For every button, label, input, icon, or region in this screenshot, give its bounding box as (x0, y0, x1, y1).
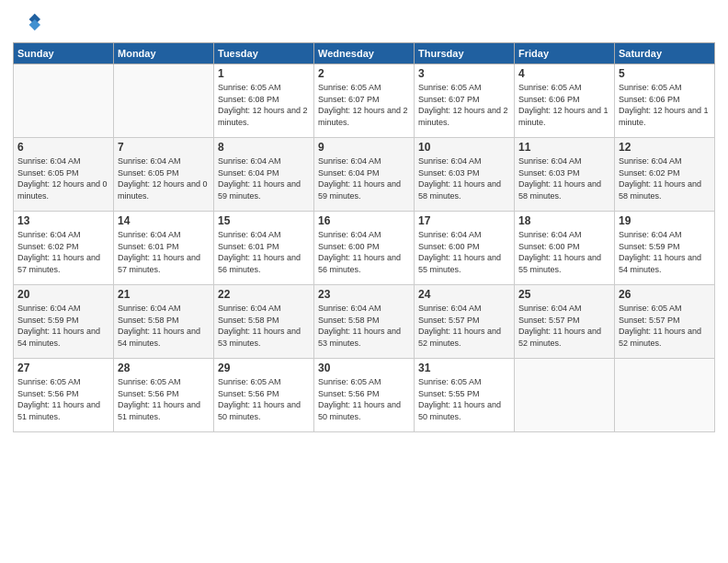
day-number: 2 (318, 67, 410, 80)
day-info: Sunrise: 6:04 AM Sunset: 5:57 PM Dayligh… (518, 303, 610, 349)
header (13, 9, 715, 39)
calendar-cell: 31Sunrise: 6:05 AM Sunset: 5:55 PM Dayli… (415, 359, 515, 432)
calendar-cell: 1Sunrise: 6:05 AM Sunset: 6:08 PM Daylig… (214, 64, 314, 138)
day-number: 28 (118, 362, 210, 374)
calendar-cell: 29Sunrise: 6:05 AM Sunset: 5:56 PM Dayli… (214, 359, 314, 432)
day-number: 12 (619, 141, 711, 154)
day-info: Sunrise: 6:04 AM Sunset: 5:59 PM Dayligh… (17, 303, 109, 349)
day-number: 23 (318, 288, 410, 301)
day-info: Sunrise: 6:05 AM Sunset: 6:07 PM Dayligh… (318, 82, 410, 128)
calendar-cell: 23Sunrise: 6:04 AM Sunset: 5:58 PM Dayli… (314, 285, 415, 359)
day-number: 17 (418, 214, 510, 227)
day-info: Sunrise: 6:05 AM Sunset: 5:56 PM Dayligh… (17, 376, 109, 422)
day-info: Sunrise: 6:04 AM Sunset: 6:04 PM Dayligh… (218, 155, 310, 201)
day-number: 1 (218, 67, 310, 80)
calendar-cell (515, 359, 615, 432)
calendar-cell: 21Sunrise: 6:04 AM Sunset: 5:58 PM Dayli… (114, 285, 214, 359)
day-info: Sunrise: 6:04 AM Sunset: 5:59 PM Dayligh… (619, 229, 711, 275)
day-number: 22 (218, 288, 310, 301)
calendar-cell: 8Sunrise: 6:04 AM Sunset: 6:04 PM Daylig… (214, 138, 314, 212)
week-row-4: 20Sunrise: 6:04 AM Sunset: 5:59 PM Dayli… (14, 285, 715, 359)
weekday-header-wednesday: Wednesday (314, 43, 415, 64)
calendar-cell: 16Sunrise: 6:04 AM Sunset: 6:00 PM Dayli… (314, 212, 415, 285)
svg-marker-1 (29, 19, 40, 30)
day-info: Sunrise: 6:04 AM Sunset: 6:05 PM Dayligh… (118, 155, 210, 201)
calendar-cell: 26Sunrise: 6:05 AM Sunset: 5:57 PM Dayli… (615, 285, 715, 359)
page-container: SundayMondayTuesdayWednesdayThursdayFrid… (0, 0, 728, 438)
day-info: Sunrise: 6:05 AM Sunset: 6:08 PM Dayligh… (218, 82, 310, 128)
day-number: 5 (619, 67, 711, 80)
day-number: 24 (418, 288, 510, 301)
logo (13, 9, 40, 39)
weekday-header-saturday: Saturday (615, 43, 715, 64)
week-row-1: 1Sunrise: 6:05 AM Sunset: 6:08 PM Daylig… (14, 64, 715, 138)
day-info: Sunrise: 6:04 AM Sunset: 6:03 PM Dayligh… (518, 155, 610, 201)
calendar-cell: 6Sunrise: 6:04 AM Sunset: 6:05 PM Daylig… (14, 138, 114, 212)
day-info: Sunrise: 6:04 AM Sunset: 6:02 PM Dayligh… (619, 155, 711, 201)
day-info: Sunrise: 6:04 AM Sunset: 6:03 PM Dayligh… (418, 155, 510, 201)
day-number: 6 (17, 141, 109, 154)
day-number: 7 (118, 141, 210, 154)
calendar-cell (114, 64, 214, 138)
day-number: 10 (418, 141, 510, 154)
day-number: 27 (17, 362, 109, 374)
calendar-cell: 11Sunrise: 6:04 AM Sunset: 6:03 PM Dayli… (515, 138, 615, 212)
calendar-cell: 3Sunrise: 6:05 AM Sunset: 6:07 PM Daylig… (415, 64, 515, 138)
weekday-header-sunday: Sunday (14, 43, 114, 64)
day-number: 19 (619, 214, 711, 227)
day-number: 3 (418, 67, 510, 80)
week-row-2: 6Sunrise: 6:04 AM Sunset: 6:05 PM Daylig… (14, 138, 715, 212)
calendar-cell: 25Sunrise: 6:04 AM Sunset: 5:57 PM Dayli… (515, 285, 615, 359)
day-info: Sunrise: 6:04 AM Sunset: 6:05 PM Dayligh… (17, 155, 109, 201)
day-info: Sunrise: 6:04 AM Sunset: 6:02 PM Dayligh… (17, 229, 109, 275)
calendar-cell: 13Sunrise: 6:04 AM Sunset: 6:02 PM Dayli… (14, 212, 114, 285)
day-number: 18 (518, 214, 610, 227)
calendar-cell: 5Sunrise: 6:05 AM Sunset: 6:06 PM Daylig… (615, 64, 715, 138)
day-info: Sunrise: 6:05 AM Sunset: 6:06 PM Dayligh… (619, 82, 711, 128)
calendar-cell: 30Sunrise: 6:05 AM Sunset: 5:56 PM Dayli… (314, 359, 415, 432)
day-number: 25 (518, 288, 610, 301)
calendar-cell: 28Sunrise: 6:05 AM Sunset: 5:56 PM Dayli… (114, 359, 214, 432)
day-info: Sunrise: 6:05 AM Sunset: 5:56 PM Dayligh… (218, 376, 310, 422)
day-number: 4 (518, 67, 610, 80)
calendar-cell: 12Sunrise: 6:04 AM Sunset: 6:02 PM Dayli… (615, 138, 715, 212)
calendar-cell: 27Sunrise: 6:05 AM Sunset: 5:56 PM Dayli… (14, 359, 114, 432)
day-info: Sunrise: 6:04 AM Sunset: 5:58 PM Dayligh… (218, 303, 310, 349)
day-number: 20 (17, 288, 109, 301)
calendar-table: SundayMondayTuesdayWednesdayThursdayFrid… (13, 42, 715, 432)
day-info: Sunrise: 6:05 AM Sunset: 6:07 PM Dayligh… (418, 82, 510, 128)
calendar-cell: 24Sunrise: 6:04 AM Sunset: 5:57 PM Dayli… (415, 285, 515, 359)
weekday-header-monday: Monday (114, 43, 214, 64)
calendar-cell (14, 64, 114, 138)
calendar-cell: 9Sunrise: 6:04 AM Sunset: 6:04 PM Daylig… (314, 138, 415, 212)
calendar-cell: 20Sunrise: 6:04 AM Sunset: 5:59 PM Dayli… (14, 285, 114, 359)
day-number: 30 (318, 362, 410, 374)
logo-icon (15, 9, 40, 35)
day-number: 21 (118, 288, 210, 301)
day-info: Sunrise: 6:05 AM Sunset: 5:56 PM Dayligh… (318, 376, 410, 422)
weekday-header-row: SundayMondayTuesdayWednesdayThursdayFrid… (14, 43, 715, 64)
calendar-cell: 4Sunrise: 6:05 AM Sunset: 6:06 PM Daylig… (515, 64, 615, 138)
weekday-header-friday: Friday (515, 43, 615, 64)
day-number: 9 (318, 141, 410, 154)
calendar-cell: 2Sunrise: 6:05 AM Sunset: 6:07 PM Daylig… (314, 64, 415, 138)
day-number: 16 (318, 214, 410, 227)
weekday-header-thursday: Thursday (415, 43, 515, 64)
weekday-header-tuesday: Tuesday (214, 43, 314, 64)
day-number: 8 (218, 141, 310, 154)
day-info: Sunrise: 6:05 AM Sunset: 5:56 PM Dayligh… (118, 376, 210, 422)
day-info: Sunrise: 6:04 AM Sunset: 5:57 PM Dayligh… (418, 303, 510, 349)
day-info: Sunrise: 6:05 AM Sunset: 6:06 PM Dayligh… (518, 82, 610, 128)
calendar-cell: 19Sunrise: 6:04 AM Sunset: 5:59 PM Dayli… (615, 212, 715, 285)
calendar-cell: 7Sunrise: 6:04 AM Sunset: 6:05 PM Daylig… (114, 138, 214, 212)
day-number: 11 (518, 141, 610, 154)
day-info: Sunrise: 6:05 AM Sunset: 5:57 PM Dayligh… (619, 303, 711, 349)
day-info: Sunrise: 6:04 AM Sunset: 5:58 PM Dayligh… (318, 303, 410, 349)
day-number: 13 (17, 214, 109, 227)
calendar-cell (615, 359, 715, 432)
day-info: Sunrise: 6:04 AM Sunset: 5:58 PM Dayligh… (118, 303, 210, 349)
day-number: 31 (418, 362, 510, 374)
day-info: Sunrise: 6:04 AM Sunset: 6:01 PM Dayligh… (218, 229, 310, 275)
day-number: 26 (619, 288, 711, 301)
day-info: Sunrise: 6:04 AM Sunset: 6:04 PM Dayligh… (318, 155, 410, 201)
